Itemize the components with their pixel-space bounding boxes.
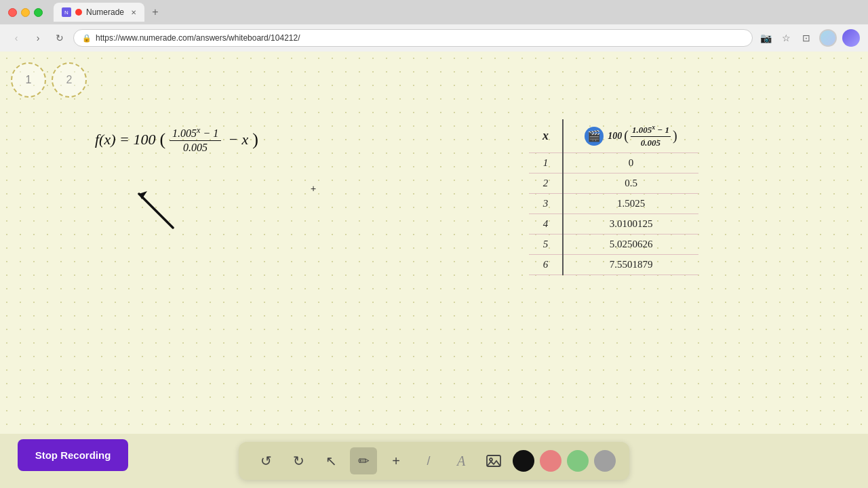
col-header-x: x xyxy=(529,119,563,153)
table-row: 6 7.5501879 xyxy=(529,255,698,275)
reel-icon: 🎬 xyxy=(585,127,604,146)
table-cell-value: 0.5 xyxy=(563,174,698,194)
color-pink-button[interactable] xyxy=(540,450,561,472)
fraction-denominator: 0.005 xyxy=(180,141,210,153)
url-text: https://www.numerade.com/answers/whitebo… xyxy=(96,33,300,43)
traffic-lights xyxy=(8,8,43,17)
table-cell-value: 0 xyxy=(563,153,698,174)
table-row: 1 0 xyxy=(529,153,698,174)
table-cell-x: 4 xyxy=(529,214,563,235)
table-cell-x: 3 xyxy=(529,194,563,214)
svg-line-0 xyxy=(139,194,173,228)
page-thumb-1[interactable]: 1 xyxy=(11,62,46,98)
undo-button[interactable]: ↺ xyxy=(252,447,279,474)
nav-actions: 📷 ☆ ⊡ xyxy=(758,29,860,47)
devices-button[interactable]: ⊡ xyxy=(799,30,814,45)
title-bar: N Numerade ✕ + xyxy=(0,0,868,24)
table-cell-value: 1.5025 xyxy=(563,194,698,214)
tab-label: Numerade xyxy=(86,7,124,17)
table-cell-x: 2 xyxy=(529,174,563,194)
tab-bar: N Numerade ✕ + xyxy=(54,3,860,22)
data-table: x 🎬 100 ( 1.005x − 1 0.005 ) xyxy=(529,119,698,275)
refresh-button[interactable]: ↻ xyxy=(52,30,68,46)
table-row: 4 3.0100125 xyxy=(529,214,698,235)
browser-chrome: N Numerade ✕ + ‹ › ↻ 🔒 https://www.numer… xyxy=(0,0,868,52)
tab-favicon: N xyxy=(62,7,71,17)
color-green-button[interactable] xyxy=(567,450,589,472)
whiteboard-canvas[interactable]: 1 2 + f(x) = 100 ( 1.005x − 1 0.005 − x … xyxy=(0,52,868,434)
minimize-traffic-light[interactable] xyxy=(21,8,30,17)
image-insert-button[interactable] xyxy=(480,447,507,474)
maximize-traffic-light[interactable] xyxy=(34,8,43,17)
new-tab-button[interactable]: + xyxy=(147,4,163,20)
table-row: 5 5.0250626 xyxy=(529,235,698,255)
tab-close-button[interactable]: ✕ xyxy=(131,9,136,16)
formula-expression: f(x) = 100 ( 1.005x − 1 0.005 − x ) xyxy=(95,126,258,153)
col-header-formula: 🎬 100 ( 1.005x − 1 0.005 ) xyxy=(563,119,698,153)
eraser-tool-button[interactable]: / xyxy=(415,447,442,474)
cast-button[interactable]: 📷 xyxy=(758,30,773,45)
active-tab[interactable]: N Numerade ✕ xyxy=(54,3,144,22)
page-thumbnails: 1 2 xyxy=(11,62,87,98)
color-gray-button[interactable] xyxy=(594,450,616,472)
header-formula-text: 100 ( 1.005x − 1 0.005 ) xyxy=(608,123,677,148)
table-row: 3 1.5025 xyxy=(529,194,698,214)
address-bar[interactable]: 🔒 https://www.numerade.com/answers/white… xyxy=(73,29,753,47)
table-cell-value: 5.0250626 xyxy=(563,235,698,255)
recording-indicator xyxy=(75,9,82,16)
arrow-annotation xyxy=(125,180,180,237)
back-button[interactable]: ‹ xyxy=(8,30,24,46)
redo-button[interactable]: ↻ xyxy=(285,447,312,474)
lock-icon: 🔒 xyxy=(82,34,92,43)
text-tool-button[interactable]: A xyxy=(448,447,475,474)
table-cell-x: 6 xyxy=(529,255,563,275)
nav-bar: ‹ › ↻ 🔒 https://www.numerade.com/answers… xyxy=(0,24,868,52)
select-tool-button[interactable]: ↖ xyxy=(317,447,344,474)
page-thumb-2[interactable]: 2 xyxy=(52,62,87,98)
svg-point-3 xyxy=(490,458,492,461)
close-traffic-light[interactable] xyxy=(8,8,17,17)
user-avatar-1[interactable] xyxy=(819,29,837,47)
table-cell-value: 3.0100125 xyxy=(563,214,698,235)
math-formula: + f(x) = 100 ( 1.005x − 1 0.005 − x ) xyxy=(95,126,258,153)
stop-recording-button[interactable]: Stop Recording xyxy=(18,439,128,471)
formula-left: f(x) = 100 xyxy=(95,132,155,147)
toolbar: Stop Recording ↺ ↻ ↖ ✏ + / A xyxy=(0,434,868,488)
table-cell-x: 1 xyxy=(529,153,563,174)
forward-button[interactable]: › xyxy=(30,30,46,46)
table-cell-x: 5 xyxy=(529,235,563,255)
bookmark-button[interactable]: ☆ xyxy=(778,30,793,45)
toolbar-inner: ↺ ↻ ↖ ✏ + / A xyxy=(239,442,629,480)
plus-annotation: + xyxy=(311,184,316,193)
formula-fraction: 1.005x − 1 0.005 xyxy=(170,126,221,153)
user-avatar-2[interactable] xyxy=(842,29,860,47)
table-cell-value: 7.5501879 xyxy=(563,255,698,275)
pencil-tool-button[interactable]: ✏ xyxy=(350,447,377,474)
fraction-numerator: 1.005x − 1 xyxy=(170,126,221,141)
add-element-button[interactable]: + xyxy=(382,447,410,474)
color-black-button[interactable] xyxy=(513,450,534,472)
table-row: 2 0.5 xyxy=(529,174,698,194)
